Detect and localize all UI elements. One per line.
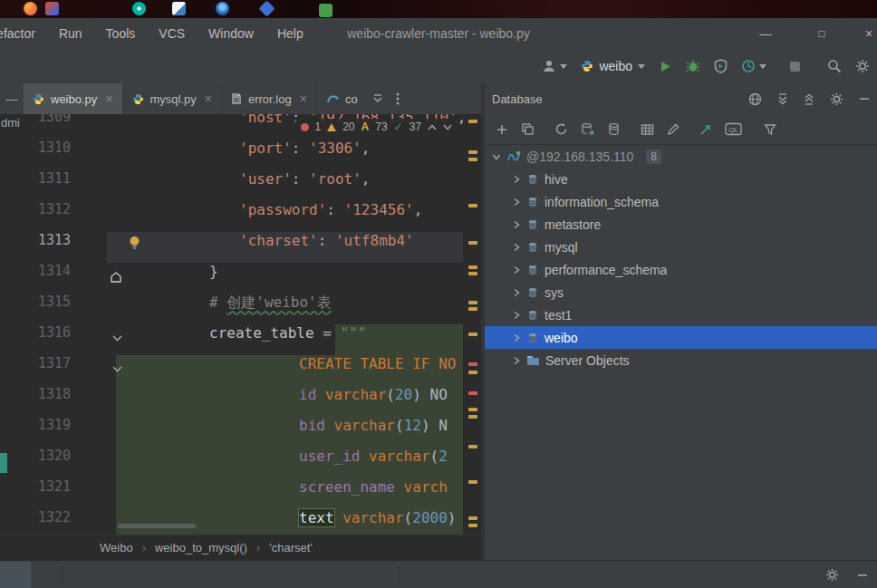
code-line-1316[interactable]: 1316create_table = """: [27, 324, 481, 355]
line-number[interactable]: 1320: [27, 448, 71, 478]
close-tab-icon[interactable]: ×: [205, 92, 212, 105]
stop-button[interactable]: [789, 61, 801, 72]
taskbar-app-icon[interactable]: [172, 2, 186, 15]
code-editor[interactable]: 1309'host': '192.168.135.110',1310'port'…: [27, 114, 481, 535]
tab-weibo-py[interactable]: weibo.py ×: [24, 83, 123, 114]
close-tab-icon[interactable]: ×: [105, 92, 112, 105]
settings-gear-icon[interactable]: [855, 59, 870, 73]
warning-stripe-mark[interactable]: [468, 480, 477, 484]
code-line-1319[interactable]: 1319bid varchar(12) N: [27, 417, 481, 448]
chevron-right-icon[interactable]: [512, 220, 521, 229]
dump-datasource-icon[interactable]: [607, 122, 621, 136]
line-number[interactable]: 1316: [27, 324, 71, 355]
horizontal-scrollbar-thumb[interactable]: [118, 524, 196, 528]
sync-datasource-icon[interactable]: [581, 122, 594, 136]
warning-stripe-mark[interactable]: [468, 445, 477, 448]
warning-stripe-mark[interactable]: [468, 371, 477, 374]
fold-region-icon[interactable]: [112, 335, 122, 342]
menu-item-help[interactable]: Help: [277, 26, 304, 41]
breadcrumb-item[interactable]: Weibo: [100, 541, 133, 554]
warning-stripe-mark[interactable]: [468, 307, 477, 311]
code-line-1312[interactable]: 1312'password': '123456',: [27, 201, 481, 232]
code-line-1311[interactable]: 1311'user': 'root',: [27, 170, 481, 201]
panel-settings-gear-icon[interactable]: [830, 92, 843, 106]
filter-funnel-icon[interactable]: [764, 123, 776, 136]
warning-stripe-mark[interactable]: [468, 120, 477, 123]
error-stripe-mark[interactable]: [468, 362, 477, 366]
tab-partial[interactable]: co: [317, 83, 367, 114]
warning-stripe-mark[interactable]: [468, 272, 477, 275]
menu-item-run[interactable]: Run: [59, 26, 82, 41]
breadcrumb-item[interactable]: weibo_to_mysql(): [155, 541, 247, 554]
line-number[interactable]: 1309: [27, 114, 71, 140]
error-count[interactable]: 1: [315, 120, 322, 133]
warning-stripe-mark[interactable]: [468, 524, 477, 527]
chevron-right-icon[interactable]: [512, 288, 521, 297]
warning-stripe-mark[interactable]: [468, 204, 477, 207]
statusbar-gear-icon[interactable]: [825, 568, 839, 582]
next-issue-chevron-icon[interactable]: [443, 124, 452, 130]
menu-item-refactor[interactable]: Refactor: [0, 26, 35, 41]
prev-issue-chevron-icon[interactable]: [428, 124, 437, 130]
tree-item-test1[interactable]: test1: [485, 304, 877, 326]
line-number[interactable]: 1313: [27, 232, 71, 263]
inspections-widget[interactable]: 1 20 A 73 ✓ 37: [295, 119, 458, 135]
tree-item-sys[interactable]: sys: [485, 281, 877, 304]
hide-panel-icon[interactable]: [859, 93, 870, 104]
clipped-tree-text[interactable]: dmi: [1, 116, 20, 130]
tab-mysql-py[interactable]: mysql.py ×: [123, 83, 222, 114]
duplicate-icon[interactable]: [521, 122, 535, 136]
line-number[interactable]: 1310: [27, 140, 71, 170]
tree-item-datasource[interactable]: @192.168.135.110 8: [485, 145, 877, 168]
close-tab-icon[interactable]: ×: [300, 92, 307, 105]
menu-item-tools[interactable]: Tools: [106, 26, 136, 41]
error-stripe-mark[interactable]: [468, 391, 477, 395]
warning-stripe-mark[interactable]: [468, 150, 477, 154]
line-number[interactable]: 1318: [27, 386, 71, 417]
search-everywhere-icon[interactable]: [827, 59, 842, 73]
line-number[interactable]: 1312: [27, 201, 71, 232]
line-number[interactable]: 1317: [27, 355, 71, 386]
passed-count[interactable]: 37: [410, 120, 421, 133]
chevron-right-icon[interactable]: [512, 265, 521, 275]
web-globe-icon[interactable]: [748, 92, 762, 106]
code-line-1310[interactable]: 1310'port': '3306',: [27, 140, 481, 170]
code-line-1314[interactable]: 1314}: [27, 263, 481, 294]
minimize-button[interactable]: —: [750, 18, 781, 49]
taskbar-app-icon[interactable]: [258, 0, 275, 16]
tree-item-mysql[interactable]: mysql: [485, 236, 877, 258]
taskbar-app-icon[interactable]: [216, 2, 229, 15]
chevron-right-icon[interactable]: [512, 243, 521, 252]
edit-pencil-icon[interactable]: [667, 123, 679, 136]
collapse-all-icon[interactable]: [804, 93, 814, 105]
jump-to-console-icon[interactable]: [699, 123, 712, 136]
profiler-button[interactable]: [741, 59, 766, 73]
taskbar-app-icon[interactable]: [45, 2, 59, 15]
line-number[interactable]: 1319: [27, 417, 71, 448]
debug-button[interactable]: [686, 59, 700, 73]
chevron-right-icon[interactable]: [512, 311, 521, 320]
warning-stripe-mark[interactable]: [468, 333, 477, 336]
taskbar-app-icon[interactable]: [24, 2, 37, 15]
typo-count[interactable]: 73: [375, 120, 387, 133]
breadcrumb-item[interactable]: 'charset': [269, 541, 313, 554]
fold-region-icon[interactable]: [112, 366, 122, 372]
close-button[interactable]: ×: [853, 18, 877, 49]
table-data-icon[interactable]: [641, 123, 654, 136]
warning-stripe-mark[interactable]: [468, 265, 477, 269]
statusbar-hide-icon[interactable]: [857, 570, 868, 581]
tree-item-hive[interactable]: hive: [485, 168, 877, 190]
user-account-button[interactable]: [542, 59, 567, 73]
chevron-right-icon[interactable]: [512, 198, 521, 207]
run-button[interactable]: [659, 60, 672, 73]
warning-stripe-mark[interactable]: [468, 408, 477, 411]
warning-stripe-mark[interactable]: [468, 241, 477, 245]
line-number[interactable]: 1314: [27, 263, 71, 294]
warning-stripe-mark[interactable]: [468, 301, 477, 304]
tree-item-weibo[interactable]: weibo: [485, 326, 877, 349]
run-config-selector[interactable]: weibo: [581, 59, 645, 73]
warning-stripe-mark[interactable]: [468, 158, 477, 161]
warning-count[interactable]: 20: [342, 120, 354, 133]
menu-item-window[interactable]: Window: [208, 26, 254, 41]
chevron-right-icon[interactable]: [512, 333, 521, 342]
